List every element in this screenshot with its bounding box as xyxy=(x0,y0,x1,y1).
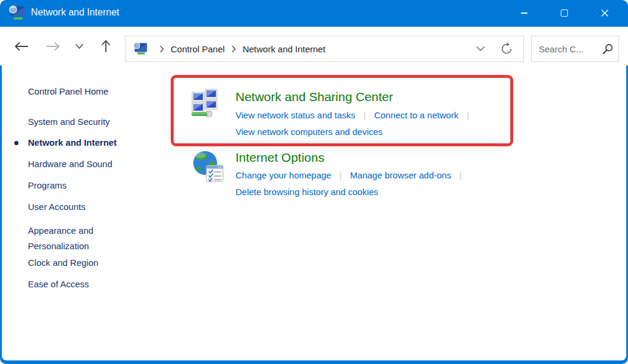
search-input[interactable] xyxy=(532,44,596,54)
recent-locations-icon xyxy=(75,43,84,49)
titlebar: Network and Internet xyxy=(0,0,628,27)
maximize-icon xyxy=(561,10,568,17)
recent-locations-button[interactable] xyxy=(68,36,90,57)
link-connect-to-network[interactable]: Connect to a network xyxy=(374,110,459,120)
breadcrumb-location-icon xyxy=(133,42,148,56)
refresh-button[interactable] xyxy=(494,37,520,61)
link-delete-browsing-history[interactable]: Delete browsing history and cookies xyxy=(236,187,378,197)
sidebar-item-user-accounts[interactable]: User Accounts xyxy=(28,202,86,212)
sidebar-item-network-and-internet[interactable]: Network and Internet xyxy=(28,137,117,148)
back-icon xyxy=(14,42,29,51)
minimize-icon xyxy=(521,12,527,14)
forward-icon xyxy=(45,42,61,51)
toolbar: Control Panel Network and Internet xyxy=(0,27,628,65)
breadcrumb-chevron-icon xyxy=(231,45,236,53)
link-manage-addons[interactable]: Manage browser add-ons xyxy=(350,170,451,180)
breadcrumb-chevron-icon xyxy=(159,45,164,53)
window-title: Network and Internet xyxy=(31,7,120,18)
forward-button[interactable] xyxy=(42,36,64,57)
link-separator: | xyxy=(460,171,462,180)
internet-options-title[interactable]: Internet Options xyxy=(236,150,324,165)
network-sharing-center-title[interactable]: Network and Sharing Center xyxy=(236,90,393,104)
sidebar-item-programs[interactable]: Programs xyxy=(28,180,67,190)
address-dropdown-button[interactable] xyxy=(467,37,494,61)
breadcrumb-control-panel[interactable]: Control Panel xyxy=(169,42,226,57)
sidebar-item-appearance-and-personalization[interactable]: Appearance and Personalization xyxy=(28,223,128,254)
close-button[interactable] xyxy=(591,2,618,24)
search-button[interactable] xyxy=(596,37,618,61)
link-separator: | xyxy=(340,171,342,180)
search-icon xyxy=(602,43,613,55)
sidebar-item-clock-and-region[interactable]: Clock and Region xyxy=(28,258,98,268)
network-sharing-center-icon[interactable] xyxy=(191,89,219,117)
io-links-row-1: Change your homepage | Manage browser ad… xyxy=(236,170,461,180)
breadcrumb-network-and-internet[interactable]: Network and Internet xyxy=(241,42,326,57)
sidebar-item-ease-of-access[interactable]: Ease of Access xyxy=(28,279,89,289)
screenshot-stage: Network and Internet xyxy=(0,0,628,364)
app-window: Network and Internet xyxy=(0,0,628,364)
address-bar[interactable]: Control Panel Network and Internet xyxy=(125,36,524,62)
refresh-icon xyxy=(500,42,513,55)
link-change-homepage[interactable]: Change your homepage xyxy=(236,170,331,180)
address-dropdown-icon xyxy=(476,46,485,52)
back-button[interactable] xyxy=(11,36,32,57)
close-icon xyxy=(601,9,609,17)
up-icon xyxy=(101,39,111,54)
sidebar-item-system-and-security[interactable]: System and Security xyxy=(28,117,110,127)
link-separator: | xyxy=(364,111,366,120)
link-separator: | xyxy=(467,111,469,120)
active-bullet-icon xyxy=(14,141,18,145)
nsc-links-row-2: View network computers and devices xyxy=(236,127,382,137)
io-links-row-2: Delete browsing history and cookies xyxy=(236,187,378,197)
link-view-network-status[interactable]: View network status and tasks xyxy=(236,110,356,120)
internet-options-icon[interactable] xyxy=(192,150,225,183)
sidebar-item-control-panel-home[interactable]: Control Panel Home xyxy=(28,86,108,96)
minimize-button[interactable] xyxy=(510,2,538,24)
up-button[interactable] xyxy=(95,36,117,57)
sidebar-item-label: Network and Internet xyxy=(28,137,117,148)
maximize-button[interactable] xyxy=(551,2,578,24)
link-view-network-computers[interactable]: View network computers and devices xyxy=(236,127,382,137)
network-internet-window-icon xyxy=(8,5,26,21)
sidebar-item-hardware-and-sound[interactable]: Hardware and Sound xyxy=(28,159,112,169)
nsc-links-row-1: View network status and tasks | Connect … xyxy=(236,110,469,120)
search-box xyxy=(531,36,619,62)
